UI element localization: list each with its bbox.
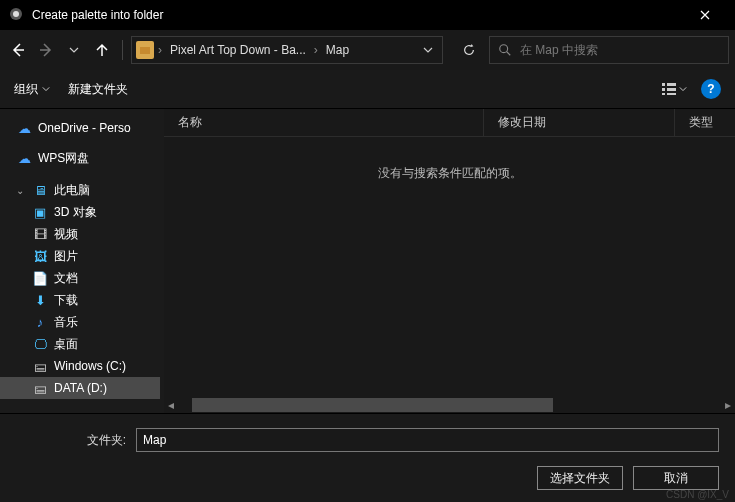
scroll-left-icon[interactable]: ◂ (164, 398, 178, 412)
search-icon (498, 43, 512, 57)
sidebar-item-drive-d[interactable]: 🖴 DATA (D:) (0, 377, 160, 399)
folder-name-input[interactable] (136, 428, 719, 452)
breadcrumb-item[interactable]: Pixel Art Top Down - Ba... (166, 41, 310, 59)
pc-icon: 🖥 (32, 182, 48, 198)
sidebar-item-3d[interactable]: ▣ 3D 对象 (0, 201, 160, 223)
sidebar-item-documents[interactable]: 📄 文档 (0, 267, 160, 289)
view-list-icon (661, 82, 677, 96)
cloud-icon: ☁ (16, 150, 32, 166)
sidebar-item-label: 视频 (54, 226, 78, 243)
sidebar-item-label: OneDrive - Perso (38, 121, 131, 135)
file-dialog: Create palette into folder › Pixel Art T… (0, 0, 735, 502)
refresh-button[interactable] (453, 36, 485, 64)
column-header-modified[interactable]: 修改日期 (484, 109, 675, 136)
chevron-down-icon (42, 85, 50, 93)
recent-button[interactable] (62, 38, 86, 62)
sidebar-item-label: 文档 (54, 270, 78, 287)
document-icon: 📄 (32, 270, 48, 286)
close-icon (700, 10, 710, 20)
dialog-body: ☁ OneDrive - Perso ☁ WPS网盘 ⌄ 🖥 此电脑 ▣ 3D … (0, 108, 735, 414)
address-bar[interactable]: › Pixel Art Top Down - Ba... › Map (131, 36, 443, 64)
footer: 文件夹: 选择文件夹 取消 (0, 414, 735, 502)
sidebar-item-drive-c[interactable]: 🖴 Windows (C:) (0, 355, 160, 377)
title-bar-left: Create palette into folder (8, 6, 163, 25)
video-icon: 🎞 (32, 226, 48, 242)
horizontal-scrollbar[interactable]: ◂ ▸ (164, 397, 735, 413)
svg-rect-5 (662, 88, 665, 91)
toolbar-label: 新建文件夹 (68, 81, 128, 98)
column-headers: 名称 修改日期 类型 (164, 109, 735, 137)
window-title: Create palette into folder (32, 8, 163, 22)
search-input[interactable] (520, 43, 720, 57)
sidebar-item-label: 图片 (54, 248, 78, 265)
scroll-right-icon[interactable]: ▸ (721, 398, 735, 412)
up-button[interactable] (90, 38, 114, 62)
breadcrumb-item[interactable]: Map (322, 41, 353, 59)
scroll-thumb[interactable] (192, 398, 553, 412)
back-button[interactable] (6, 38, 30, 62)
svg-rect-6 (662, 93, 665, 95)
drive-icon: 🖴 (32, 380, 48, 396)
picture-icon: 🖼 (32, 248, 48, 264)
drive-icon: 🖴 (32, 358, 48, 374)
sidebar-item-label: 桌面 (54, 336, 78, 353)
close-button[interactable] (682, 0, 727, 30)
crumb-sep-icon: › (314, 43, 318, 57)
sidebar-item-videos[interactable]: 🎞 视频 (0, 223, 160, 245)
address-dropdown[interactable] (418, 45, 438, 55)
chevron-down-icon (423, 45, 433, 55)
scroll-track[interactable] (192, 398, 707, 412)
sidebar-item-label: 3D 对象 (54, 204, 97, 221)
music-icon: ♪ (32, 314, 48, 330)
sidebar-item-label: 音乐 (54, 314, 78, 331)
sidebar-item-wps[interactable]: ☁ WPS网盘 (0, 147, 160, 169)
sidebar-item-onedrive[interactable]: ☁ OneDrive - Perso (0, 117, 160, 139)
forward-button[interactable] (34, 38, 58, 62)
select-folder-button[interactable]: 选择文件夹 (537, 466, 623, 490)
app-icon (8, 6, 24, 25)
svg-rect-4 (662, 83, 665, 86)
cloud-icon: ☁ (16, 120, 32, 136)
arrow-right-icon (38, 42, 54, 58)
svg-point-3 (500, 45, 508, 53)
sidebar-item-label: DATA (D:) (54, 381, 107, 395)
sidebar-item-music[interactable]: ♪ 音乐 (0, 311, 160, 333)
folder-field-label: 文件夹: (16, 432, 126, 449)
sidebar-item-this-pc[interactable]: ⌄ 🖥 此电脑 (0, 179, 160, 201)
svg-rect-9 (667, 93, 676, 95)
sidebar-item-label: 此电脑 (54, 182, 90, 199)
chevron-down-icon (69, 45, 79, 55)
column-header-name[interactable]: 名称 (164, 109, 484, 136)
crumb-sep-icon: › (158, 43, 162, 57)
folder-icon (136, 41, 154, 59)
file-list-area: 名称 修改日期 类型 没有与搜索条件匹配的项。 ◂ ▸ (164, 109, 735, 413)
column-header-type[interactable]: 类型 (675, 109, 735, 136)
toolbar-label: 组织 (14, 81, 38, 98)
help-button[interactable]: ? (701, 79, 721, 99)
arrow-up-icon (94, 42, 110, 58)
svg-point-1 (13, 11, 19, 17)
desktop-icon: 🖵 (32, 336, 48, 352)
sidebar-item-desktop[interactable]: 🖵 桌面 (0, 333, 160, 355)
empty-message: 没有与搜索条件匹配的项。 (164, 165, 735, 182)
sidebar-item-label: WPS网盘 (38, 150, 89, 167)
expand-icon[interactable]: ⌄ (16, 185, 26, 196)
nav-bar: › Pixel Art Top Down - Ba... › Map (0, 30, 735, 70)
sidebar-item-label: Windows (C:) (54, 359, 126, 373)
sidebar-tree: ☁ OneDrive - Perso ☁ WPS网盘 ⌄ 🖥 此电脑 ▣ 3D … (0, 109, 160, 413)
organize-button[interactable]: 组织 (14, 81, 50, 98)
svg-rect-7 (667, 83, 676, 86)
svg-rect-2 (140, 47, 150, 54)
cancel-button[interactable]: 取消 (633, 466, 719, 490)
cube-icon: ▣ (32, 204, 48, 220)
title-bar: Create palette into folder (0, 0, 735, 30)
search-box[interactable] (489, 36, 729, 64)
toolbar: 组织 新建文件夹 ? (0, 70, 735, 108)
help-icon: ? (707, 82, 714, 96)
nav-divider (122, 40, 123, 60)
view-mode-button[interactable] (661, 82, 687, 96)
sidebar-item-downloads[interactable]: ⬇ 下载 (0, 289, 160, 311)
chevron-down-icon (679, 85, 687, 93)
sidebar-item-pictures[interactable]: 🖼 图片 (0, 245, 160, 267)
new-folder-button[interactable]: 新建文件夹 (68, 81, 128, 98)
